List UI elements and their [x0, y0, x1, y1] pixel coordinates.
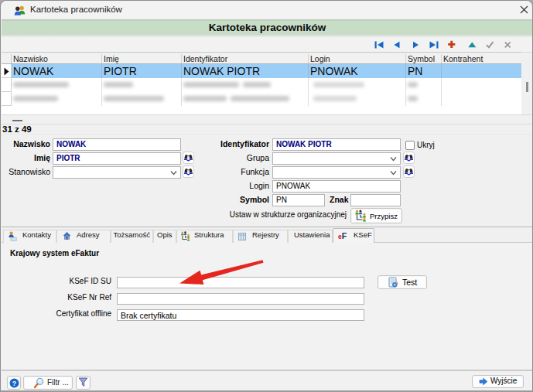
- svg-text:?: ?: [12, 380, 15, 387]
